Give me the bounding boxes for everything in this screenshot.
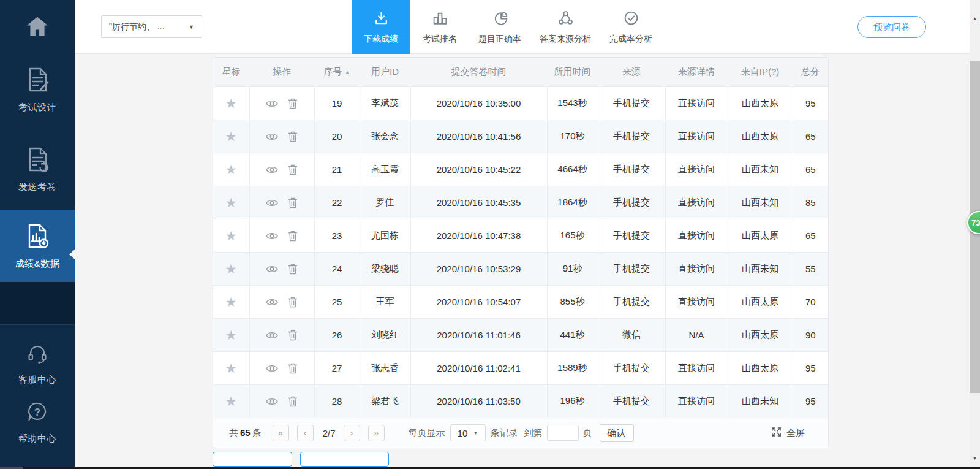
- duration-cell: 1543秒: [547, 86, 598, 120]
- scroll-down-icon[interactable]: ▼: [970, 453, 980, 463]
- star-cell: ★: [213, 285, 249, 318]
- delete-icon[interactable]: [288, 164, 298, 175]
- home-icon: [26, 16, 49, 39]
- delete-icon[interactable]: [288, 131, 298, 142]
- tab-label: 答案来源分析: [540, 34, 591, 45]
- fullscreen-toggle[interactable]: 全屏: [771, 427, 805, 439]
- view-icon[interactable]: [266, 132, 278, 141]
- prev-page-button[interactable]: ‹: [297, 425, 314, 441]
- tab-label: 下载成绩: [364, 34, 398, 45]
- page-size-select[interactable]: 10 ▼: [450, 424, 486, 441]
- duration-cell: 91秒: [547, 252, 598, 285]
- delete-icon[interactable]: [288, 396, 298, 407]
- delete-icon[interactable]: [288, 98, 298, 109]
- tab-label: 完成率分析: [609, 34, 652, 45]
- sidebar-item-scores-data[interactable]: 成绩&数据: [0, 210, 75, 282]
- star-icon[interactable]: ★: [225, 361, 237, 375]
- scroll-up-icon[interactable]: ▲: [970, 13, 980, 24]
- ip-cell: 山西未知: [728, 186, 793, 219]
- delete-icon[interactable]: [288, 363, 298, 374]
- serial-cell: 19: [314, 86, 360, 120]
- page-size-label: 每页显示: [409, 427, 445, 439]
- download-icon: [373, 10, 390, 29]
- star-icon[interactable]: ★: [225, 262, 237, 276]
- badge-value: 73: [971, 218, 980, 227]
- view-icon[interactable]: [266, 298, 278, 307]
- serial-cell: 22: [314, 186, 360, 219]
- submit-time-cell: 2020/10/16 10:47:38: [410, 219, 547, 252]
- sidebar-item-send-exam[interactable]: 发送考卷: [0, 141, 75, 197]
- source-detail-cell: N/A: [665, 318, 728, 351]
- score-cell: 65: [793, 219, 828, 252]
- star-icon[interactable]: ★: [225, 394, 237, 408]
- app-window: 考试设计 发送考卷 成绩&数据: [0, 0, 980, 469]
- survey-selector[interactable]: "厉行节约、 ... ▼: [101, 15, 202, 38]
- view-icon[interactable]: [266, 265, 278, 273]
- active-item-notch: [69, 250, 75, 259]
- source-detail-cell: 直接访问: [665, 186, 728, 219]
- star-cell: ★: [213, 351, 249, 384]
- pagination-bar: 共65条 « ‹ 2/7 › » 每页显示 10 ▼ 条记录 到第 页 确认: [213, 418, 828, 448]
- view-icon[interactable]: [266, 99, 278, 108]
- star-icon[interactable]: ★: [225, 229, 237, 243]
- last-page-button[interactable]: »: [368, 425, 385, 441]
- cutoff-button-2[interactable]: [300, 452, 389, 467]
- delete-icon[interactable]: [288, 297, 298, 308]
- header-ops: 操作: [249, 58, 314, 86]
- view-icon[interactable]: [266, 364, 278, 373]
- ops-cell: [249, 219, 314, 252]
- header-serial[interactable]: 序号▲: [314, 58, 360, 86]
- delete-icon[interactable]: [288, 264, 298, 275]
- sidebar-divider: [0, 282, 75, 325]
- sidebar-item-help-center[interactable]: ? 帮助中心: [0, 397, 75, 448]
- confirm-button[interactable]: 确认: [600, 424, 634, 442]
- source-detail-cell: 直接访问: [665, 285, 728, 318]
- table-row: ★ 20 张会念 2020/10/16 10:41:56 170秒 手机提交 直…: [213, 120, 828, 153]
- submit-time-cell: 2020/10/16 11:01:46: [410, 318, 547, 351]
- ranking-bars-icon: [432, 10, 448, 29]
- tab-exam-ranking[interactable]: 考试排名: [410, 0, 469, 54]
- ops-cell: [249, 351, 314, 384]
- check-circle-icon: [623, 10, 639, 29]
- goto-page-input[interactable]: [547, 425, 579, 441]
- cutoff-button-1[interactable]: [213, 452, 292, 467]
- tab-question-accuracy[interactable]: 题目正确率: [469, 0, 530, 54]
- star-icon[interactable]: ★: [225, 328, 237, 342]
- view-icon[interactable]: [266, 232, 278, 240]
- source-detail-cell: 直接访问: [665, 153, 728, 186]
- view-icon[interactable]: [266, 199, 278, 207]
- star-icon[interactable]: ★: [225, 162, 237, 177]
- results-table-card: 星标 操作 序号▲ 用户ID 提交答卷时间 所用时间 来源 来源详情 来自IP(…: [213, 57, 829, 448]
- source-detail-cell: 直接访问: [665, 384, 728, 418]
- view-icon[interactable]: [266, 166, 278, 174]
- sidebar-item-exam-design[interactable]: 考试设计: [0, 61, 75, 118]
- tab-download-scores[interactable]: 下载成绩: [352, 0, 410, 54]
- ip-cell: 山西太原: [728, 120, 793, 153]
- star-icon[interactable]: ★: [225, 295, 237, 309]
- view-icon[interactable]: [266, 397, 278, 406]
- ops-cell: [249, 153, 314, 186]
- user-id-cell: 罗佳: [360, 186, 410, 219]
- delete-icon[interactable]: [288, 197, 298, 208]
- sidebar-item-support-center[interactable]: 客服中心: [0, 338, 75, 389]
- header-star: 星标: [213, 58, 249, 86]
- sidebar-item-home[interactable]: [0, 9, 75, 47]
- star-icon[interactable]: ★: [225, 96, 237, 110]
- star-icon[interactable]: ★: [225, 129, 237, 143]
- header-serial-label: 序号: [324, 66, 342, 77]
- delete-icon[interactable]: [288, 231, 298, 242]
- star-cell: ★: [213, 219, 249, 252]
- delete-icon[interactable]: [288, 330, 298, 341]
- star-icon[interactable]: ★: [225, 196, 237, 210]
- total-count: 共65条: [229, 427, 262, 439]
- view-icon[interactable]: [266, 331, 278, 340]
- next-page-button[interactable]: ›: [344, 425, 360, 441]
- first-page-button[interactable]: «: [273, 425, 289, 441]
- sidebar-item-label: 帮助中心: [18, 433, 56, 444]
- score-cell: 90: [793, 318, 828, 351]
- tab-answer-source-analysis[interactable]: 答案来源分析: [530, 0, 600, 54]
- preview-button[interactable]: 预览问卷: [858, 16, 926, 38]
- tab-completion-rate-analysis[interactable]: 完成率分析: [600, 0, 662, 54]
- table-row: ★ 21 高玉霞 2020/10/16 10:45:22 4664秒 手机提交 …: [213, 153, 828, 186]
- header-source-detail: 来源详情: [665, 58, 728, 86]
